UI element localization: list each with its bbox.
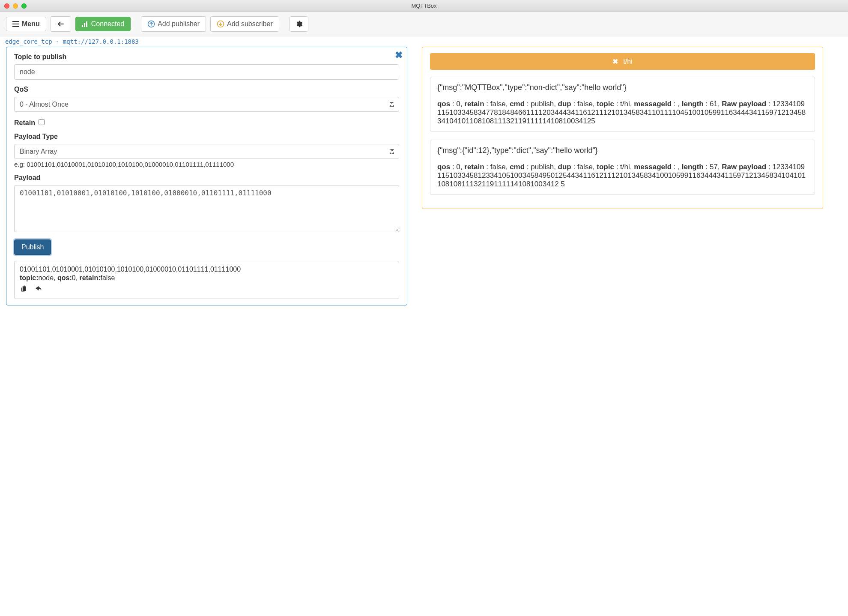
publish-button[interactable]: Publish xyxy=(14,239,51,255)
subscriber-panel: ✖ t/hi {"msg":"MQTTBox","type":"non-dict… xyxy=(422,47,823,209)
message-box: {"msg":{"id":12},"type":"dict","say":"he… xyxy=(430,140,815,195)
sent-message-box: 01001101,01010001,01010100,1010100,01000… xyxy=(14,261,399,299)
payload-type-select[interactable]: Binary Array xyxy=(14,144,399,159)
subscriber-topic[interactable]: t/hi xyxy=(623,58,632,66)
subscriber-header: ✖ t/hi xyxy=(430,53,815,70)
svg-rect-1 xyxy=(84,23,85,27)
publisher-panel: ✖ Topic to publish QoS 0 - Almost Once R… xyxy=(6,47,407,305)
payload-type-label: Payload Type xyxy=(14,133,399,141)
payload-textarea[interactable]: 01001101,01010001,01010100,1010100,01000… xyxy=(14,185,399,232)
window-title: MQTTBox xyxy=(0,3,848,9)
topic-label: Topic to publish xyxy=(14,53,399,61)
topic-input[interactable] xyxy=(14,64,399,80)
add-subscriber-button[interactable]: Add subscriber xyxy=(210,16,279,32)
window-close-button[interactable] xyxy=(4,3,9,9)
svg-rect-2 xyxy=(86,21,87,27)
sent-payload: 01001101,01010001,01010100,1010100,01000… xyxy=(20,266,394,273)
window-zoom-button[interactable] xyxy=(21,3,27,9)
svg-rect-0 xyxy=(82,25,83,27)
main-toolbar: Menu Connected Add publisher Add subscri… xyxy=(0,12,848,36)
download-circle-icon xyxy=(217,20,224,28)
republish-icon[interactable] xyxy=(34,284,42,294)
connection-status-button[interactable]: Connected xyxy=(75,17,131,31)
add-subscriber-label: Add subscriber xyxy=(227,21,273,27)
menu-button-label: Menu xyxy=(22,21,40,27)
message-meta: qos : 0, retain : false, cmd : publish, … xyxy=(437,163,808,188)
payload-type-hint: e.g: 01001101,01010001,01010100,1010100,… xyxy=(14,161,399,168)
upload-circle-icon xyxy=(147,20,155,28)
back-button[interactable] xyxy=(51,16,71,32)
sent-meta: topic:node, qos:0, retain:false xyxy=(20,274,394,282)
add-publisher-button[interactable]: Add publisher xyxy=(141,16,206,32)
qos-select[interactable]: 0 - Almost Once xyxy=(14,97,399,112)
message-box: {"msg":"MQTTBox","type":"non-dict","say"… xyxy=(430,77,815,132)
settings-button[interactable] xyxy=(290,16,308,32)
arrow-left-icon xyxy=(57,20,65,28)
connection-tab-label: edge_core_tcp - mqtt://127.0.0.1:1883 xyxy=(5,38,139,45)
signal-icon xyxy=(82,21,89,27)
menu-button[interactable]: Menu xyxy=(6,17,46,31)
connection-status-label: Connected xyxy=(91,21,124,27)
connection-tab[interactable]: edge_core_tcp - mqtt://127.0.0.1:1883 xyxy=(0,36,848,45)
retain-label: Retain xyxy=(14,119,35,127)
retain-checkbox[interactable] xyxy=(39,119,45,125)
payload-label: Payload xyxy=(14,174,399,182)
hamburger-icon xyxy=(12,21,19,27)
message-body: {"msg":{"id":12},"type":"dict","say":"he… xyxy=(437,146,808,155)
window-minimize-button[interactable] xyxy=(13,3,18,9)
gear-icon xyxy=(295,20,303,28)
close-icon[interactable]: ✖ xyxy=(395,50,403,61)
copy-icon[interactable] xyxy=(20,284,27,294)
add-publisher-label: Add publisher xyxy=(158,21,200,27)
qos-label: QoS xyxy=(14,86,399,93)
window-titlebar: MQTTBox xyxy=(0,0,848,12)
unsubscribe-icon[interactable]: ✖ xyxy=(612,57,618,66)
message-body: {"msg":"MQTTBox","type":"non-dict","say"… xyxy=(437,83,808,92)
message-meta: qos : 0, retain : false, cmd : publish, … xyxy=(437,100,808,126)
